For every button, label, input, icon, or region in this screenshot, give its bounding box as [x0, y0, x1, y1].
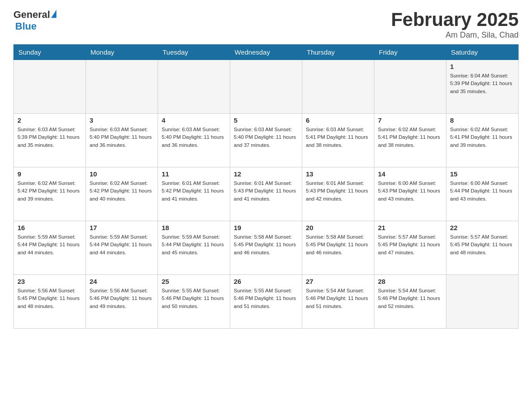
- day-info: Sunrise: 6:02 AM Sunset: 5:41 PM Dayligh…: [450, 126, 515, 149]
- calendar-cell: [302, 60, 374, 114]
- col-tuesday: Tuesday: [158, 45, 230, 60]
- day-info: Sunrise: 6:03 AM Sunset: 5:41 PM Dayligh…: [306, 126, 370, 149]
- day-info: Sunrise: 6:03 AM Sunset: 5:40 PM Dayligh…: [162, 126, 226, 149]
- day-number: 6: [306, 116, 370, 124]
- col-sunday: Sunday: [14, 45, 86, 60]
- logo-triangle-icon: [51, 10, 56, 18]
- day-number: 18: [162, 224, 226, 231]
- day-info: Sunrise: 6:01 AM Sunset: 5:43 PM Dayligh…: [234, 180, 298, 203]
- calendar-week-row: 2Sunrise: 6:03 AM Sunset: 5:39 PM Daylig…: [14, 114, 519, 167]
- day-info: Sunrise: 5:57 AM Sunset: 5:45 PM Dayligh…: [450, 233, 515, 257]
- title-section: February 2025 Am Dam, Sila, Chad: [391, 9, 519, 40]
- calendar-cell: 26Sunrise: 5:55 AM Sunset: 5:46 PM Dayli…: [230, 275, 302, 329]
- day-info: Sunrise: 6:03 AM Sunset: 5:39 PM Dayligh…: [17, 126, 82, 149]
- day-number: 4: [162, 116, 226, 124]
- calendar-cell: 16Sunrise: 5:59 AM Sunset: 5:44 PM Dayli…: [14, 221, 86, 275]
- day-info: Sunrise: 5:56 AM Sunset: 5:46 PM Dayligh…: [90, 287, 154, 310]
- day-info: Sunrise: 5:57 AM Sunset: 5:45 PM Dayligh…: [378, 233, 442, 257]
- calendar-week-row: 16Sunrise: 5:59 AM Sunset: 5:44 PM Dayli…: [14, 221, 519, 275]
- day-number: 1: [450, 63, 515, 70]
- col-thursday: Thursday: [302, 45, 374, 60]
- calendar-week-row: 1Sunrise: 6:04 AM Sunset: 5:39 PM Daylig…: [14, 60, 519, 114]
- calendar-cell: 9Sunrise: 6:02 AM Sunset: 5:42 PM Daylig…: [14, 167, 86, 221]
- day-number: 27: [306, 278, 370, 285]
- day-info: Sunrise: 5:59 AM Sunset: 5:44 PM Dayligh…: [90, 233, 154, 257]
- day-number: 11: [162, 170, 226, 178]
- day-info: Sunrise: 5:59 AM Sunset: 5:44 PM Dayligh…: [17, 233, 82, 257]
- col-friday: Friday: [374, 45, 446, 60]
- day-info: Sunrise: 6:01 AM Sunset: 5:43 PM Dayligh…: [306, 180, 370, 203]
- day-number: 22: [450, 224, 515, 231]
- calendar-title: February 2025: [391, 9, 519, 30]
- calendar-body: 1Sunrise: 6:04 AM Sunset: 5:39 PM Daylig…: [14, 60, 519, 329]
- calendar-cell: 4Sunrise: 6:03 AM Sunset: 5:40 PM Daylig…: [158, 114, 230, 167]
- day-number: 19: [234, 224, 298, 231]
- day-number: 23: [17, 278, 82, 285]
- calendar-cell: 17Sunrise: 5:59 AM Sunset: 5:44 PM Dayli…: [86, 221, 158, 275]
- day-number: 28: [378, 278, 442, 285]
- day-number: 24: [90, 278, 154, 285]
- calendar-cell: 20Sunrise: 5:58 AM Sunset: 5:45 PM Dayli…: [302, 221, 374, 275]
- header-row: Sunday Monday Tuesday Wednesday Thursday…: [14, 45, 519, 60]
- calendar-cell: [14, 60, 86, 114]
- day-info: Sunrise: 5:55 AM Sunset: 5:46 PM Dayligh…: [162, 287, 226, 310]
- calendar-cell: 13Sunrise: 6:01 AM Sunset: 5:43 PM Dayli…: [302, 167, 374, 221]
- calendar-cell: 1Sunrise: 6:04 AM Sunset: 5:39 PM Daylig…: [446, 60, 519, 114]
- day-info: Sunrise: 5:59 AM Sunset: 5:44 PM Dayligh…: [162, 233, 226, 257]
- day-number: 2: [17, 116, 82, 124]
- calendar-cell: 8Sunrise: 6:02 AM Sunset: 5:41 PM Daylig…: [446, 114, 519, 167]
- calendar-cell: 2Sunrise: 6:03 AM Sunset: 5:39 PM Daylig…: [14, 114, 86, 167]
- day-number: 5: [234, 116, 298, 124]
- calendar-header: Sunday Monday Tuesday Wednesday Thursday…: [14, 45, 519, 60]
- day-number: 3: [90, 116, 154, 124]
- calendar-cell: 28Sunrise: 5:54 AM Sunset: 5:46 PM Dayli…: [374, 275, 446, 329]
- logo-blue-text: Blue: [15, 21, 37, 32]
- day-number: 21: [378, 224, 442, 231]
- calendar-cell: [446, 275, 519, 329]
- day-number: 26: [234, 278, 298, 285]
- day-number: 12: [234, 170, 298, 178]
- calendar-cell: 10Sunrise: 6:02 AM Sunset: 5:42 PM Dayli…: [86, 167, 158, 221]
- day-number: 20: [306, 224, 370, 231]
- day-info: Sunrise: 5:58 AM Sunset: 5:45 PM Dayligh…: [234, 233, 298, 257]
- day-number: 25: [162, 278, 226, 285]
- logo-general-text: General: [13, 9, 50, 21]
- day-info: Sunrise: 5:54 AM Sunset: 5:46 PM Dayligh…: [378, 287, 442, 310]
- calendar-subtitle: Am Dam, Sila, Chad: [391, 30, 519, 40]
- day-info: Sunrise: 5:54 AM Sunset: 5:46 PM Dayligh…: [306, 287, 370, 310]
- calendar-cell: 12Sunrise: 6:01 AM Sunset: 5:43 PM Dayli…: [230, 167, 302, 221]
- col-monday: Monday: [86, 45, 158, 60]
- calendar-cell: 22Sunrise: 5:57 AM Sunset: 5:45 PM Dayli…: [446, 221, 519, 275]
- calendar-week-row: 23Sunrise: 5:56 AM Sunset: 5:45 PM Dayli…: [14, 275, 519, 329]
- day-number: 14: [378, 170, 442, 178]
- day-info: Sunrise: 6:00 AM Sunset: 5:43 PM Dayligh…: [378, 180, 442, 203]
- page-header: General Blue February 2025 Am Dam, Sila,…: [13, 9, 519, 40]
- calendar-cell: 19Sunrise: 5:58 AM Sunset: 5:45 PM Dayli…: [230, 221, 302, 275]
- calendar-table: Sunday Monday Tuesday Wednesday Thursday…: [13, 44, 519, 329]
- day-number: 17: [90, 224, 154, 231]
- calendar-cell: [230, 60, 302, 114]
- day-number: 16: [17, 224, 82, 231]
- calendar-cell: 5Sunrise: 6:03 AM Sunset: 5:40 PM Daylig…: [230, 114, 302, 167]
- day-number: 10: [90, 170, 154, 178]
- calendar-cell: 6Sunrise: 6:03 AM Sunset: 5:41 PM Daylig…: [302, 114, 374, 167]
- calendar-cell: 25Sunrise: 5:55 AM Sunset: 5:46 PM Dayli…: [158, 275, 230, 329]
- calendar-cell: [86, 60, 158, 114]
- day-info: Sunrise: 6:04 AM Sunset: 5:39 PM Dayligh…: [450, 72, 515, 95]
- day-info: Sunrise: 5:55 AM Sunset: 5:46 PM Dayligh…: [234, 287, 298, 310]
- calendar-cell: 11Sunrise: 6:01 AM Sunset: 5:42 PM Dayli…: [158, 167, 230, 221]
- day-number: 15: [450, 170, 515, 178]
- calendar-cell: 27Sunrise: 5:54 AM Sunset: 5:46 PM Dayli…: [302, 275, 374, 329]
- calendar-cell: 18Sunrise: 5:59 AM Sunset: 5:44 PM Dayli…: [158, 221, 230, 275]
- calendar-cell: [158, 60, 230, 114]
- day-number: 9: [17, 170, 82, 178]
- day-info: Sunrise: 6:02 AM Sunset: 5:42 PM Dayligh…: [17, 180, 82, 203]
- calendar-cell: 23Sunrise: 5:56 AM Sunset: 5:45 PM Dayli…: [14, 275, 86, 329]
- day-info: Sunrise: 5:58 AM Sunset: 5:45 PM Dayligh…: [306, 233, 370, 257]
- day-info: Sunrise: 6:00 AM Sunset: 5:44 PM Dayligh…: [450, 180, 515, 203]
- day-info: Sunrise: 6:02 AM Sunset: 5:42 PM Dayligh…: [90, 180, 154, 203]
- calendar-cell: 21Sunrise: 5:57 AM Sunset: 5:45 PM Dayli…: [374, 221, 446, 275]
- calendar-cell: 24Sunrise: 5:56 AM Sunset: 5:46 PM Dayli…: [86, 275, 158, 329]
- day-number: 13: [306, 170, 370, 178]
- day-info: Sunrise: 5:56 AM Sunset: 5:45 PM Dayligh…: [17, 287, 82, 310]
